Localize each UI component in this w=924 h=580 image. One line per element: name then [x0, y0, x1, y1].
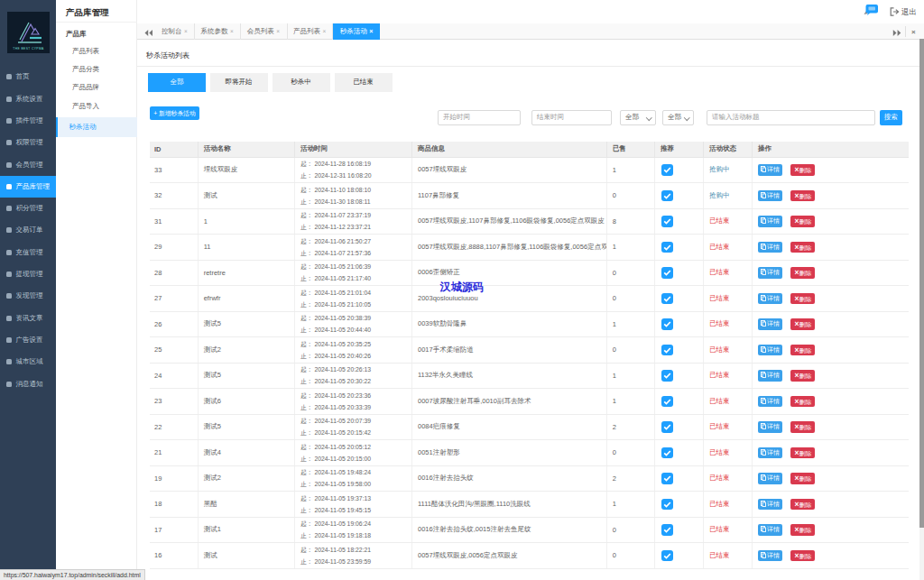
- svg-text:THE BEST CYPMA: THE BEST CYPMA: [13, 47, 44, 51]
